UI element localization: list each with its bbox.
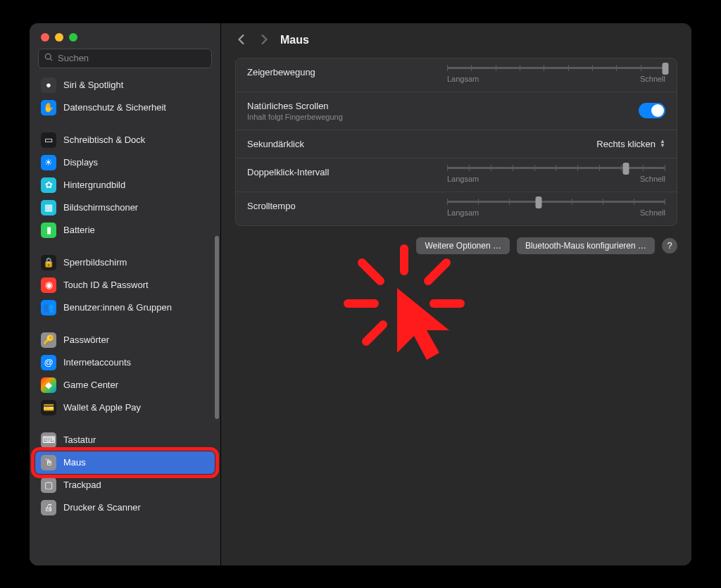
main-panel: Maus Zeigerbewegung Langsam S (221, 23, 691, 565)
maximize-button[interactable] (69, 33, 77, 42)
sidebar-item-passw-rter[interactable]: 🔑Passwörter (35, 329, 215, 351)
footer-buttons: Weitere Optionen … Bluetooth-Maus konfig… (221, 226, 691, 265)
slider-slow-label: Langsam (447, 75, 479, 83)
sidebar-item-datenschutz-sicherheit[interactable]: ✋Datenschutz & Sicherheit (35, 96, 215, 119)
sidebar-item-label: Bildschirmschoner (63, 202, 138, 213)
sidebar: ●Siri & Spotlight✋Datenschutz & Sicherhe… (30, 23, 221, 565)
sidebar-item-label: Schreibtisch & Dock (63, 135, 145, 145)
slider-fast-label: Schnell (640, 208, 665, 217)
sidebar-item-siri-spotlight[interactable]: ●Siri & Spotlight (35, 74, 215, 96)
sidebar-item-sperrbildschirm[interactable]: 🔒Sperrbildschirm (35, 251, 215, 274)
slider-fast-label: Schnell (640, 175, 665, 183)
help-button[interactable]: ? (662, 238, 677, 254)
sidebar-item-game-center[interactable]: ◆Game Center (35, 374, 215, 396)
natural-scroll-sub: Inhalt folgt Fingerbewegung (247, 113, 388, 121)
touch-id-passwort-icon: ◉ (41, 277, 56, 293)
trackpad-icon: ▢ (41, 477, 56, 493)
sidebar-item-batterie[interactable]: ▮Batterie (35, 219, 215, 242)
wallet-apple-pay-icon: 💳 (41, 400, 56, 415)
double-click-label: Doppelklick-Intervall (247, 167, 388, 177)
scrollbar-thumb[interactable] (215, 236, 219, 419)
drucker-scanner-icon: 🖨 (41, 500, 56, 515)
sidebar-item-hintergrundbild[interactable]: ✿Hintergrundbild (35, 174, 215, 196)
row-secondary-click: Sekundärklick Rechts klicken ▲▼ (236, 130, 677, 158)
tracking-label: Zeigerbewegung (247, 67, 388, 77)
maus-icon: 🖱 (41, 455, 56, 470)
slider-fast-label: Schnell (640, 75, 665, 83)
natural-scroll-toggle[interactable] (639, 103, 665, 118)
slider-slow-label: Langsam (447, 175, 479, 183)
natural-scroll-label: Natürliches Scrollen (247, 101, 388, 111)
sidebar-item-label: Tastatur (63, 434, 96, 445)
sidebar-item-label: Trackpad (63, 480, 101, 490)
siri-spotlight-icon: ● (41, 77, 56, 93)
settings-panel: Zeigerbewegung Langsam Schnell (235, 58, 677, 226)
sidebar-item-schreibtisch-dock[interactable]: ▭Schreibtisch & Dock (35, 129, 215, 151)
close-button[interactable] (41, 33, 49, 42)
sidebar-item-bildschirmschoner[interactable]: ▦Bildschirmschoner (35, 196, 215, 219)
secondary-click-select[interactable]: Rechts klicken ▲▼ (596, 139, 665, 149)
sidebar-item-label: Game Center (63, 380, 118, 390)
passw-rter-icon: 🔑 (41, 332, 56, 348)
schreibtisch-dock-icon: ▭ (41, 132, 56, 148)
minimize-button[interactable] (55, 33, 63, 42)
nav-back-button[interactable] (235, 33, 248, 48)
game-center-icon: ◆ (41, 377, 56, 393)
sidebar-item-label: Batterie (63, 225, 95, 235)
secondary-click-label: Sekundärklick (247, 139, 388, 149)
displays-icon: ☀ (41, 155, 56, 170)
sidebar-item-label: Internetaccounts (63, 357, 131, 368)
sidebar-item-label: Drucker & Scanner (63, 502, 141, 513)
secondary-click-value: Rechts klicken (596, 139, 656, 149)
bluetooth-config-button[interactable]: Bluetooth-Maus konfigurieren … (517, 237, 655, 254)
slider-slow-label: Langsam (447, 208, 479, 217)
sidebar-item-touch-id-passwort[interactable]: ◉Touch ID & Passwort (35, 274, 215, 296)
sidebar-item-internetaccounts[interactable]: @Internetaccounts (35, 351, 215, 374)
search-field[interactable] (38, 49, 212, 68)
svg-line-5 (366, 325, 383, 342)
row-natural-scrolling: Natürliches Scrollen Inhalt folgt Finger… (236, 92, 677, 130)
sidebar-item-maus[interactable]: 🖱Maus (35, 451, 215, 474)
tracking-slider[interactable]: Langsam Schnell (447, 67, 665, 83)
double-click-slider[interactable]: Langsam Schnell (447, 167, 665, 183)
scroll-speed-slider[interactable]: Langsam Schnell (447, 201, 665, 217)
sidebar-item-label: Displays (63, 157, 98, 168)
sidebar-item-trackpad[interactable]: ▢Trackpad (35, 474, 215, 496)
main-header: Maus (221, 23, 691, 58)
scroll-speed-label: Scrolltempo (247, 201, 388, 211)
search-input[interactable] (58, 53, 206, 63)
svg-marker-6 (397, 288, 449, 360)
sidebar-item-label: Siri & Spotlight (63, 80, 123, 90)
search-icon (44, 52, 54, 65)
sidebar-item-tastatur[interactable]: ⌨Tastatur (35, 429, 215, 451)
sidebar-item-benutzer-innen-gruppen[interactable]: 👥Benutzer:innen & Gruppen (35, 296, 215, 319)
sperrbildschirm-icon: 🔒 (41, 255, 56, 270)
internetaccounts-icon: @ (41, 355, 56, 370)
row-double-click: Doppelklick-Intervall Langsam Schnell (236, 158, 677, 192)
sidebar-item-drucker-scanner[interactable]: 🖨Drucker & Scanner (35, 496, 215, 519)
bildschirmschoner-icon: ▦ (41, 200, 56, 215)
page-title: Maus (280, 34, 309, 46)
sidebar-item-wallet-apple-pay[interactable]: 💳Wallet & Apple Pay (35, 396, 215, 419)
sidebar-item-displays[interactable]: ☀Displays (35, 151, 215, 174)
sidebar-item-label: Sperrbildschirm (63, 257, 127, 268)
chevron-updown-icon: ▲▼ (660, 139, 665, 148)
sidebar-item-label: Datenschutz & Sicherheit (63, 102, 166, 113)
datenschutz-sicherheit-icon: ✋ (41, 100, 56, 115)
tastatur-icon: ⌨ (41, 432, 56, 448)
sidebar-item-label: Touch ID & Passwort (63, 280, 149, 290)
sidebar-item-label: Wallet & Apple Pay (63, 402, 141, 413)
row-tracking-speed: Zeigerbewegung Langsam Schnell (236, 58, 677, 92)
nav-forward-button[interactable] (258, 33, 270, 48)
row-scroll-speed: Scrolltempo Langsam Schnell (236, 192, 677, 225)
benutzer-innen-gruppen-icon: 👥 (41, 300, 56, 315)
window-controls (30, 23, 220, 49)
sidebar-item-label: Benutzer:innen & Gruppen (63, 302, 172, 313)
more-options-button[interactable]: Weitere Optionen … (416, 237, 510, 254)
sidebar-list[interactable]: ●Siri & Spotlight✋Datenschutz & Sicherhe… (30, 74, 220, 565)
system-settings-window: ●Siri & Spotlight✋Datenschutz & Sicherhe… (30, 23, 691, 565)
sidebar-item-label: Passwörter (63, 334, 109, 345)
hintergrundbild-icon: ✿ (41, 177, 56, 193)
cursor-arrow-icon (397, 288, 449, 360)
batterie-icon: ▮ (41, 223, 56, 238)
